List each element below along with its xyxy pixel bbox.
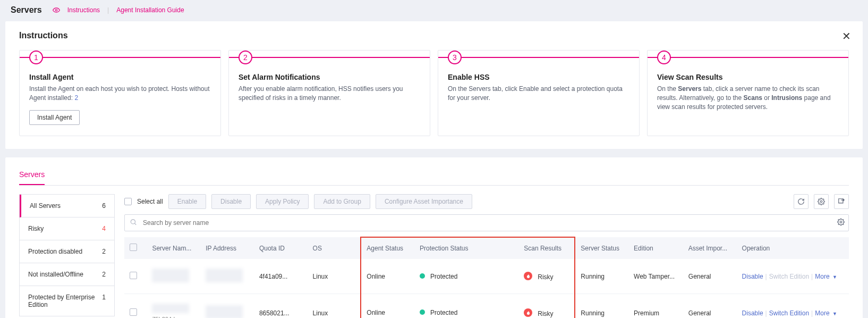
sidebar-item-count: 2	[102, 248, 106, 255]
cell-ip	[200, 259, 254, 294]
step-number: 3	[448, 51, 462, 64]
apply-policy-button[interactable]: Apply Policy	[256, 194, 309, 209]
content: Select all Enable Disable Apply Policy A…	[124, 194, 849, 318]
chevron-down-icon: ▼	[832, 311, 837, 316]
select-all-checkbox[interactable]	[124, 198, 132, 205]
header-checkbox[interactable]	[130, 244, 137, 251]
op-more-link[interactable]: More ▼	[815, 309, 837, 317]
risky-icon	[524, 308, 532, 317]
cell-os: Linux	[308, 294, 361, 319]
sidebar-item-risky[interactable]: Risky 4	[20, 217, 114, 240]
sidebar-item-all-servers[interactable]: All Servers 6	[20, 195, 114, 217]
cell-scan-results: Risky	[518, 294, 575, 319]
op-more-link[interactable]: More ▼	[815, 273, 837, 280]
instructions-heading: Instructions	[19, 31, 849, 40]
sidebar-item-label: Risky	[28, 225, 44, 232]
eye-icon	[53, 6, 60, 14]
sidebar-item-label: Protection disabled	[28, 248, 82, 255]
col-scan-results: Scan Results	[518, 237, 575, 259]
svg-point-1	[820, 200, 822, 203]
step-install-agent: 1 Install Agent Install the Agent on eac…	[19, 50, 221, 136]
install-agent-button[interactable]: Install Agent	[29, 110, 80, 125]
step-desc: On the Servers tab, click a server name …	[657, 85, 839, 112]
cell-scan-results: Risky	[518, 259, 575, 294]
step-desc-text: Install the Agent on each host you wish …	[29, 85, 210, 102]
row-checkbox[interactable]	[130, 272, 137, 279]
op-switch-edition-link: Switch Edition	[769, 273, 809, 280]
select-all-label: Select all	[137, 198, 163, 205]
step-desc: Install the Agent on each host you wish …	[29, 85, 211, 103]
steps-row: 1 Install Agent Install the Agent on eac…	[19, 50, 849, 136]
sidebar-item-label: Not installed/Offline	[28, 271, 83, 278]
tab-servers[interactable]: Servers	[19, 167, 45, 185]
configure-importance-button[interactable]: Configure Asset Importance	[376, 194, 472, 209]
separator: |	[107, 6, 109, 14]
export-button[interactable]	[834, 194, 849, 209]
step-enable-hss: 3 Enable HSS On the Servers tab, click E…	[438, 50, 640, 136]
top-bar: Servers Instructions | Agent Installatio…	[0, 0, 868, 18]
step-desc: After you enable alarm notification, HSS…	[239, 85, 420, 103]
agent-guide-link[interactable]: Agent Installation Guide	[116, 6, 184, 14]
servers-table: Server Nam... IP Address Quota ID OS Age…	[124, 237, 849, 318]
cell-edition: Web Tamper...	[628, 259, 683, 294]
step-number: 2	[239, 51, 252, 64]
hosts-without-agent-link[interactable]: 2	[74, 94, 78, 102]
step-line	[20, 57, 220, 58]
add-to-group-button[interactable]: Add to Group	[314, 194, 370, 209]
refresh-button[interactable]	[794, 194, 809, 209]
cell-server-status: Running	[575, 259, 628, 294]
sidebar-item-not-installed[interactable]: Not installed/Offline 2	[20, 263, 114, 286]
sidebar-item-label: Protected by Enterprise Edition	[28, 294, 97, 308]
search-wrap	[124, 214, 849, 231]
status-dot-icon	[420, 273, 425, 279]
step-line	[648, 57, 848, 58]
col-server-name: Server Nam...	[147, 237, 200, 259]
enable-button[interactable]: Enable	[168, 194, 206, 209]
sidebar-item-label: All Servers	[30, 202, 61, 210]
row-checkbox[interactable]	[130, 308, 137, 316]
cell-protection-status: Protected	[414, 294, 518, 319]
op-disable-link[interactable]: Disable	[742, 273, 763, 280]
svg-point-0	[55, 9, 57, 11]
col-os: OS	[308, 237, 361, 259]
cell-os: Linux	[308, 259, 361, 294]
instructions-card: Instructions ✕ 1 Install Agent Install t…	[5, 21, 863, 149]
cell-importance: General	[683, 294, 737, 319]
step-number: 1	[29, 51, 43, 64]
step-view-scan-results: 4 View Scan Results On the Servers tab, …	[647, 50, 849, 136]
col-protection-status: Protection Status	[414, 237, 518, 259]
sidebar-item-count: 4	[102, 225, 106, 232]
toolbar: Select all Enable Disable Apply Policy A…	[124, 194, 849, 209]
search-input[interactable]	[124, 214, 849, 231]
risky-icon	[524, 272, 532, 280]
sidebar-item-count: 6	[102, 202, 106, 210]
step-title: View Scan Results	[657, 73, 839, 81]
col-server-status: Server Status	[575, 237, 628, 259]
op-switch-edition-link[interactable]: Switch Edition	[769, 309, 809, 317]
search-icon	[130, 219, 137, 228]
cell-ip	[200, 294, 254, 319]
step-title: Set Alarm Notifications	[239, 73, 420, 81]
settings-button[interactable]	[814, 194, 829, 209]
cell-server-name: 75b294d...	[147, 294, 200, 319]
page-title: Servers	[11, 5, 42, 15]
cell-protection-status: Protected	[414, 259, 518, 294]
col-edition: Edition	[628, 237, 683, 259]
tabs: Servers	[19, 167, 849, 186]
col-importance: Asset Impor...	[683, 237, 737, 259]
servers-panel: Servers All Servers 6 Risky 4 Protection…	[5, 157, 863, 318]
instructions-link[interactable]: Instructions	[67, 6, 100, 14]
panel-body: All Servers 6 Risky 4 Protection disable…	[19, 194, 849, 318]
cell-server-name	[147, 259, 200, 294]
sidebar-item-protection-disabled[interactable]: Protection disabled 2	[20, 240, 114, 263]
cell-agent-status: Online	[361, 259, 414, 294]
disable-button[interactable]: Disable	[211, 194, 251, 209]
search-settings-icon[interactable]	[837, 219, 845, 228]
close-icon[interactable]: ✕	[842, 30, 851, 43]
op-disable-link[interactable]: Disable	[742, 309, 763, 317]
cell-quota: 8658021...	[254, 294, 308, 319]
step-alarm-notifications: 2 Set Alarm Notifications After you enab…	[228, 50, 430, 136]
sidebar-item-count: 1	[102, 294, 106, 308]
sidebar-item-enterprise[interactable]: Protected by Enterprise Edition 1	[20, 286, 114, 316]
cell-operation: Disable|Switch Edition|More ▼	[737, 294, 849, 319]
